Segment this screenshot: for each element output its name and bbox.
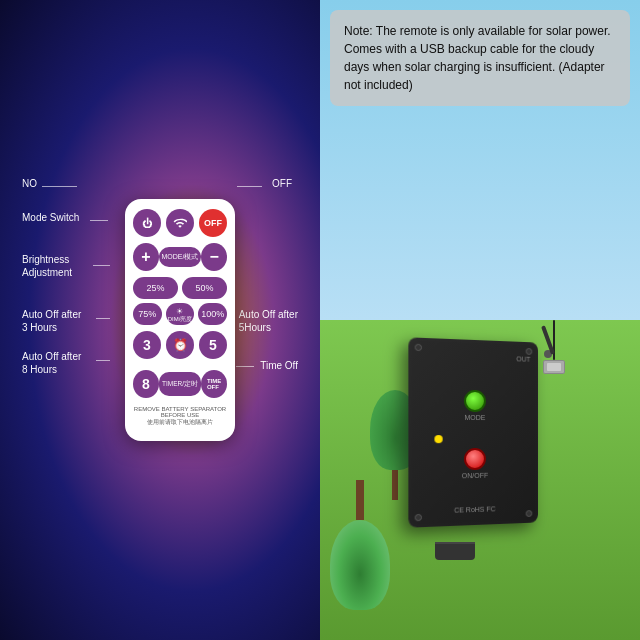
mode-arrow-line	[90, 220, 108, 221]
btn-3[interactable]: 3	[133, 331, 161, 359]
dim-button[interactable]: ☀ DIM/亮度	[166, 303, 195, 325]
device-illustration: OUT MODE ON/OFF CE RoHS FC	[390, 310, 570, 560]
led-indicator	[434, 435, 442, 443]
label-mode-switch: Mode Switch	[22, 212, 79, 223]
btn-25pct[interactable]: 25%	[133, 277, 178, 299]
compliance-text: CE RoHS FC	[454, 505, 495, 513]
wifi-button[interactable]	[166, 209, 194, 237]
label-no: NO	[22, 178, 37, 189]
plus-button[interactable]: +	[133, 243, 159, 271]
remote-control: ⏻ OFF + MODE/模式 − 25% 50%	[125, 199, 235, 441]
brightness-arrow-line	[93, 265, 110, 266]
left-panel: ⏻ OFF + MODE/模式 − 25% 50%	[0, 0, 320, 640]
btn-50pct[interactable]: 50%	[182, 277, 227, 299]
screw-bl	[415, 514, 422, 521]
label-time-off: Time Off	[260, 360, 298, 371]
out-label: OUT	[516, 355, 530, 362]
no-arrow-line	[42, 186, 77, 187]
usb-port	[547, 363, 561, 371]
label-auto-off-8h: Auto Off after8 Hours	[22, 350, 81, 376]
power-button[interactable]: ⏻	[133, 209, 161, 237]
timer-button[interactable]: TIMER/定时	[159, 372, 201, 396]
device-body: OUT MODE ON/OFF CE RoHS FC	[408, 337, 538, 527]
off-arrow-line	[237, 186, 262, 187]
battery-instruction: REMOVE BATTERY SEPARATOR BEFORE USE 使用前请…	[133, 406, 227, 427]
auto-3h-arrow-line	[96, 318, 110, 319]
dc-jack	[546, 325, 552, 358]
btn-75pct[interactable]: 75%	[133, 303, 162, 325]
bottom-mount	[435, 542, 475, 560]
alarm-button[interactable]: ⏰	[166, 331, 194, 359]
screw-br	[526, 510, 533, 517]
screw-tl	[415, 344, 422, 351]
note-text: Note: The remote is only available for s…	[344, 24, 611, 92]
usb-plug	[543, 360, 565, 374]
right-panel: Note: The remote is only available for s…	[320, 0, 640, 640]
label-auto-off-5h: Auto Off after5Hours	[239, 308, 298, 334]
btn-5[interactable]: 5	[199, 331, 227, 359]
off-button[interactable]: OFF	[199, 209, 227, 237]
onoff-button[interactable]	[464, 448, 486, 470]
note-box: Note: The remote is only available for s…	[330, 10, 630, 106]
btn-8[interactable]: 8	[133, 370, 159, 398]
mode-label: MODE	[464, 414, 485, 421]
mode-button[interactable]: MODE/模式	[159, 247, 201, 267]
label-off: OFF	[272, 178, 292, 189]
timeoff-button[interactable]: TIMEOFF	[201, 370, 227, 398]
label-brightness: BrightnessAdjustment	[22, 253, 72, 279]
label-auto-off-3h: Auto Off after3 Hours	[22, 308, 81, 334]
screw-tr	[526, 348, 533, 355]
onoff-label: ON/OFF	[462, 472, 488, 479]
time-off-arrow-line	[236, 366, 254, 367]
mode-indicator	[464, 390, 486, 412]
auto-8h-arrow-line	[96, 360, 110, 361]
btn-100pct[interactable]: 100%	[198, 303, 227, 325]
minus-button[interactable]: −	[201, 243, 227, 271]
